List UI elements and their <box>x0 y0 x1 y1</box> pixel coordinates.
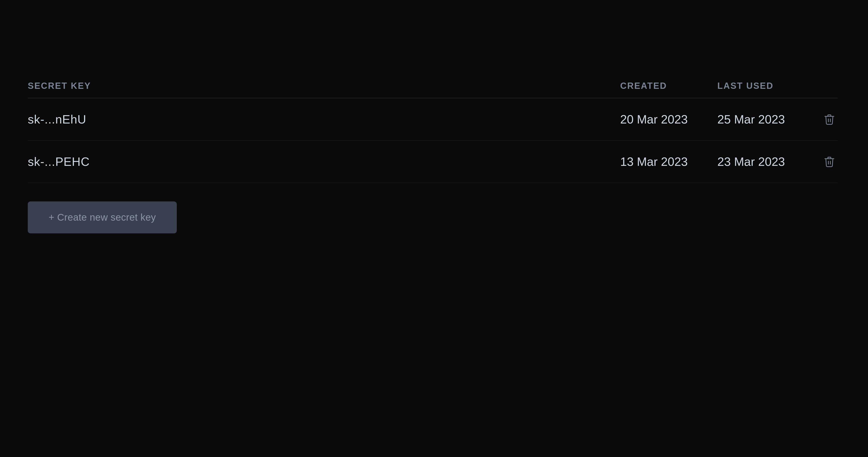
secret-key-value: sk-...nEhU <box>28 112 620 126</box>
col-header-secret-key: SECRET KEY <box>28 81 620 91</box>
table-row: sk-...nEhU 20 Mar 2023 25 Mar 2023 <box>28 98 838 141</box>
col-header-created: CREATED <box>620 81 717 91</box>
secret-key-value: sk-...PEHC <box>28 155 620 169</box>
col-header-last-used: LAST USED <box>717 81 814 91</box>
api-keys-table: SECRET KEY CREATED LAST USED sk-...nEhU … <box>28 81 838 233</box>
trash-icon <box>823 113 835 125</box>
created-date: 20 Mar 2023 <box>620 112 717 126</box>
delete-key-button[interactable] <box>821 153 838 170</box>
last-used-date: 25 Mar 2023 <box>717 112 814 126</box>
action-cell <box>814 111 838 128</box>
page-container: SECRET KEY CREATED LAST USED sk-...nEhU … <box>0 0 868 457</box>
last-used-date: 23 Mar 2023 <box>717 155 814 169</box>
delete-key-button[interactable] <box>821 111 838 128</box>
created-date: 13 Mar 2023 <box>620 155 717 169</box>
create-new-secret-key-button[interactable]: + Create new secret key <box>28 201 177 233</box>
table-header: SECRET KEY CREATED LAST USED <box>28 81 838 98</box>
table-row: sk-...PEHC 13 Mar 2023 23 Mar 2023 <box>28 141 838 183</box>
action-cell <box>814 153 838 170</box>
col-header-actions <box>814 81 838 91</box>
trash-icon <box>823 156 835 168</box>
